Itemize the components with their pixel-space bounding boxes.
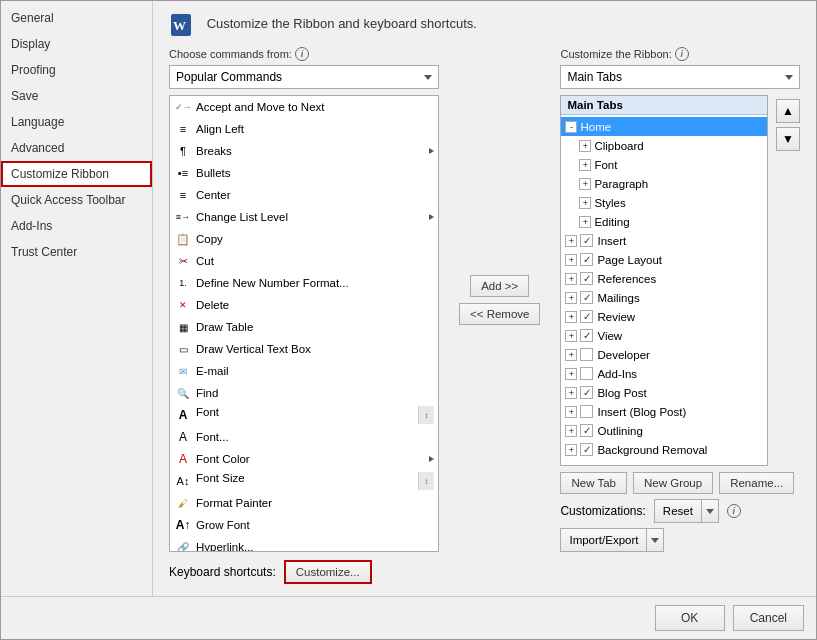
customize-ribbon-info-icon[interactable]: i bbox=[675, 47, 689, 61]
tree-item[interactable]: + Review bbox=[561, 307, 767, 326]
expander-icon[interactable]: + bbox=[565, 368, 577, 380]
expander-icon[interactable]: - bbox=[565, 121, 577, 133]
expander-icon[interactable]: + bbox=[565, 349, 577, 361]
list-item[interactable]: A Font... bbox=[170, 426, 438, 448]
checkbox-icon[interactable] bbox=[580, 367, 593, 380]
checkbox-icon[interactable] bbox=[580, 443, 593, 456]
import-export-button[interactable]: Import/Export bbox=[560, 528, 647, 552]
tree-item[interactable]: + Add-Ins bbox=[561, 364, 767, 383]
expander-icon[interactable]: + bbox=[565, 387, 577, 399]
list-item[interactable]: ✉ E-mail bbox=[170, 360, 438, 382]
list-item[interactable]: 🔍 Find bbox=[170, 382, 438, 404]
sidebar-item-general[interactable]: General bbox=[1, 5, 152, 31]
sidebar-item-customize-ribbon[interactable]: Customize Ribbon bbox=[1, 161, 152, 187]
expander-icon[interactable]: + bbox=[565, 330, 577, 342]
expander-icon[interactable]: + bbox=[565, 292, 577, 304]
list-item[interactable]: ✓→ Accept and Move to Next bbox=[170, 96, 438, 118]
checkbox-icon[interactable] bbox=[580, 424, 593, 437]
tree-item[interactable]: + Mailings bbox=[561, 288, 767, 307]
tree-item[interactable]: + View bbox=[561, 326, 767, 345]
checkbox-icon[interactable] bbox=[580, 329, 593, 342]
choose-commands-info-icon[interactable]: i bbox=[295, 47, 309, 61]
sidebar-item-trust-center[interactable]: Trust Center bbox=[1, 239, 152, 265]
list-item[interactable]: A Font Color bbox=[170, 448, 438, 470]
tree-item[interactable]: + Background Removal bbox=[561, 440, 767, 459]
checkbox-icon[interactable] bbox=[580, 234, 593, 247]
expander-icon[interactable]: + bbox=[565, 425, 577, 437]
tree-item[interactable]: + Developer bbox=[561, 345, 767, 364]
list-item[interactable]: 1. Define New Number Format... bbox=[170, 272, 438, 294]
tree-item[interactable]: + Insert bbox=[561, 231, 767, 250]
sidebar-item-save[interactable]: Save bbox=[1, 83, 152, 109]
expander-icon[interactable]: + bbox=[579, 140, 591, 152]
expander-icon[interactable]: + bbox=[579, 159, 591, 171]
customize-button[interactable]: Customize... bbox=[284, 560, 372, 584]
add-button[interactable]: Add >> bbox=[470, 275, 529, 297]
sidebar-item-language[interactable]: Language bbox=[1, 109, 152, 135]
ribbon-dropdown[interactable]: Main Tabs bbox=[560, 65, 800, 89]
remove-button[interactable]: << Remove bbox=[459, 303, 540, 325]
list-item[interactable]: A↑ Grow Font bbox=[170, 514, 438, 536]
expander-icon[interactable]: + bbox=[565, 444, 577, 456]
expander-icon[interactable]: + bbox=[579, 197, 591, 209]
checkbox-icon[interactable] bbox=[580, 253, 593, 266]
list-item[interactable]: ▭ Draw Vertical Text Box bbox=[170, 338, 438, 360]
tree-item[interactable]: + Blog Post bbox=[561, 383, 767, 402]
list-item[interactable]: ≡ Center bbox=[170, 184, 438, 206]
list-item[interactable]: ≡ Align Left bbox=[170, 118, 438, 140]
expander-icon[interactable]: + bbox=[565, 235, 577, 247]
expander-icon[interactable]: + bbox=[565, 254, 577, 266]
commands-list[interactable]: ✓→ Accept and Move to Next ≡ Align Left … bbox=[170, 96, 438, 551]
font-sort-button[interactable]: ↕ bbox=[418, 406, 434, 424]
list-item[interactable]: ¶ Breaks bbox=[170, 140, 438, 162]
sidebar-item-advanced[interactable]: Advanced bbox=[1, 135, 152, 161]
list-item[interactable]: A Font ↕ bbox=[170, 404, 438, 426]
font-size-sort-button[interactable]: ↕ bbox=[418, 472, 434, 490]
tree-item[interactable]: + Insert (Blog Post) bbox=[561, 402, 767, 421]
checkbox-icon[interactable] bbox=[580, 291, 593, 304]
list-item[interactable]: ✕ Delete bbox=[170, 294, 438, 316]
tree-item[interactable]: + Font bbox=[561, 155, 767, 174]
rename-button[interactable]: Rename... bbox=[719, 472, 794, 494]
expander-icon[interactable]: + bbox=[579, 216, 591, 228]
reset-button[interactable]: Reset bbox=[654, 499, 702, 523]
list-item[interactable]: ≡→ Change List Level bbox=[170, 206, 438, 228]
tree-item[interactable]: + Clipboard bbox=[561, 136, 767, 155]
sidebar-item-quick-access[interactable]: Quick Access Toolbar bbox=[1, 187, 152, 213]
checkbox-icon[interactable] bbox=[580, 272, 593, 285]
choose-commands-dropdown[interactable]: Popular Commands bbox=[169, 65, 439, 89]
expander-icon[interactable]: + bbox=[565, 406, 577, 418]
checkbox-icon[interactable] bbox=[580, 310, 593, 323]
tree-item[interactable]: + Paragraph bbox=[561, 174, 767, 193]
scroll-down-button[interactable]: ▼ bbox=[776, 127, 800, 151]
list-item[interactable]: 🖌 Format Painter bbox=[170, 492, 438, 514]
import-export-dropdown-arrow-button[interactable] bbox=[647, 528, 664, 552]
tree-item[interactable]: - Home bbox=[561, 117, 767, 136]
tree-item[interactable]: + References bbox=[561, 269, 767, 288]
tree-item[interactable]: + Styles bbox=[561, 193, 767, 212]
list-item[interactable]: A↕ Font Size ↕ bbox=[170, 470, 438, 492]
list-item[interactable]: ✂ Cut bbox=[170, 250, 438, 272]
sidebar-item-proofing[interactable]: Proofing bbox=[1, 57, 152, 83]
checkbox-icon[interactable] bbox=[580, 348, 593, 361]
reset-dropdown-arrow-button[interactable] bbox=[702, 499, 719, 523]
list-item[interactable]: •≡ Bullets bbox=[170, 162, 438, 184]
sidebar-item-addins[interactable]: Add-Ins bbox=[1, 213, 152, 239]
customizations-info-icon[interactable]: i bbox=[727, 504, 741, 518]
checkbox-icon[interactable] bbox=[580, 405, 593, 418]
tree-item[interactable]: + Editing bbox=[561, 212, 767, 231]
list-item[interactable]: 📋 Copy bbox=[170, 228, 438, 250]
scroll-up-button[interactable]: ▲ bbox=[776, 99, 800, 123]
expander-icon[interactable]: + bbox=[565, 273, 577, 285]
list-item[interactable]: ▦ Draw Table bbox=[170, 316, 438, 338]
sidebar-item-display[interactable]: Display bbox=[1, 31, 152, 57]
expander-icon[interactable]: + bbox=[579, 178, 591, 190]
tree-item[interactable]: + Page Layout bbox=[561, 250, 767, 269]
expander-icon[interactable]: + bbox=[565, 311, 577, 323]
list-item[interactable]: 🔗 Hyperlink... bbox=[170, 536, 438, 551]
tree-item[interactable]: + Outlining bbox=[561, 421, 767, 440]
cancel-button[interactable]: Cancel bbox=[733, 605, 804, 631]
new-group-button[interactable]: New Group bbox=[633, 472, 713, 494]
new-tab-button[interactable]: New Tab bbox=[560, 472, 627, 494]
ok-button[interactable]: OK bbox=[655, 605, 725, 631]
